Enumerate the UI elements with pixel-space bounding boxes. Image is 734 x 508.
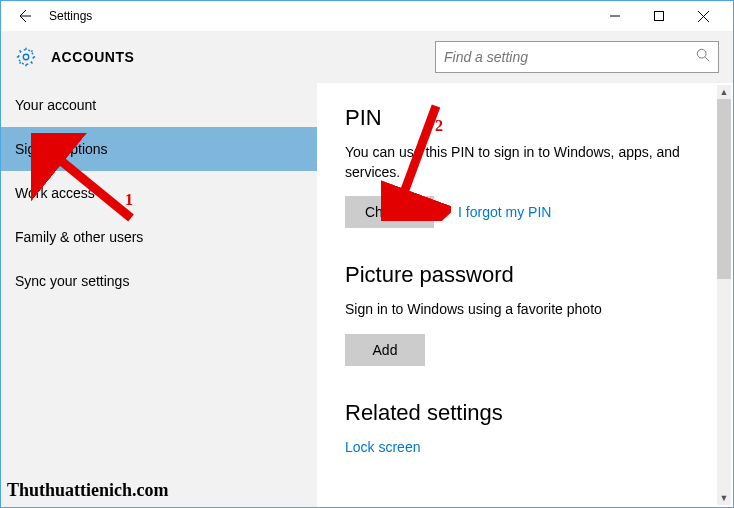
sidebar-item-family-other-users[interactable]: Family & other users <box>1 215 317 259</box>
search-input[interactable] <box>444 49 696 65</box>
back-button[interactable] <box>9 1 39 31</box>
window-title: Settings <box>49 9 92 23</box>
svg-rect-0 <box>655 12 664 21</box>
watermark: Thuthuattienich.com <box>7 480 169 501</box>
forgot-pin-link[interactable]: I forgot my PIN <box>458 204 551 220</box>
sidebar: Your account Sign-in options Work access… <box>1 83 317 507</box>
pin-description: You can use this PIN to sign in to Windo… <box>345 143 709 182</box>
svg-point-1 <box>23 54 29 60</box>
sidebar-item-sign-in-options[interactable]: Sign-in options <box>1 127 317 171</box>
svg-point-2 <box>19 50 34 65</box>
annotation-label-1: 1 <box>125 191 133 209</box>
annotation-label-2: 2 <box>435 117 443 135</box>
scroll-down-arrow[interactable]: ▼ <box>717 491 731 505</box>
search-icon <box>696 48 710 66</box>
related-settings-title: Related settings <box>345 400 709 426</box>
sidebar-item-work-access[interactable]: Work access <box>1 171 317 215</box>
svg-point-3 <box>697 49 706 58</box>
scroll-up-arrow[interactable]: ▲ <box>717 85 731 99</box>
minimize-button[interactable] <box>593 1 637 31</box>
lock-screen-link[interactable]: Lock screen <box>345 439 420 455</box>
picture-password-title: Picture password <box>345 262 709 288</box>
sidebar-item-your-account[interactable]: Your account <box>1 83 317 127</box>
gear-icon <box>15 46 37 68</box>
close-button[interactable] <box>681 1 725 31</box>
pin-title: PIN <box>345 105 709 131</box>
scroll-thumb[interactable] <box>717 99 731 279</box>
change-pin-button[interactable]: Change <box>345 196 434 228</box>
main-panel: PIN You can use this PIN to sign in to W… <box>317 83 733 507</box>
search-box[interactable] <box>435 41 719 73</box>
picture-password-description: Sign in to Windows using a favorite phot… <box>345 300 709 320</box>
page-title: ACCOUNTS <box>51 49 134 65</box>
scrollbar[interactable]: ▲ ▼ <box>717 85 731 505</box>
sidebar-item-sync-settings[interactable]: Sync your settings <box>1 259 317 303</box>
maximize-button[interactable] <box>637 1 681 31</box>
add-picture-password-button[interactable]: Add <box>345 334 425 366</box>
